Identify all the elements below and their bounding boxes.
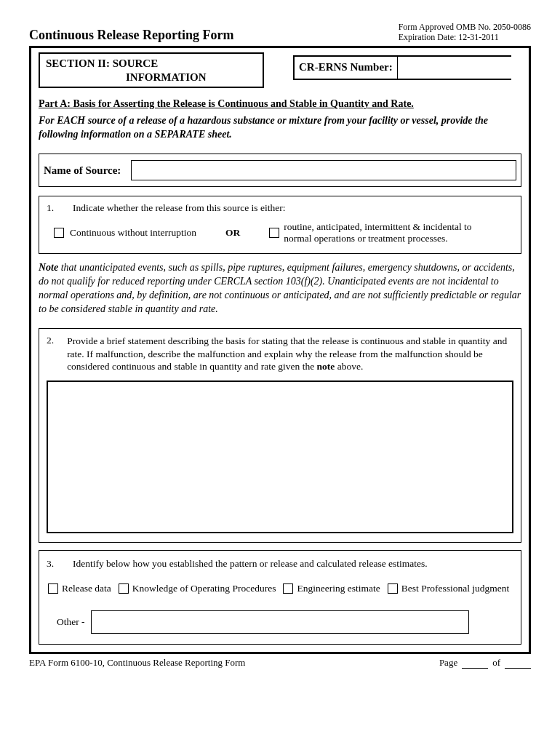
q2-note-word: note — [317, 361, 335, 372]
q3-opt-release-data: Release data — [48, 583, 111, 594]
q3-opt2-label: Knowledge of Operating Procedures — [132, 583, 276, 594]
note-lead: Note — [39, 262, 58, 273]
page-label: Page — [439, 657, 457, 669]
doc-header: Continuous Release Reporting Form Form A… — [29, 22, 531, 43]
crerns-box: CR-ERNS Number: — [293, 55, 511, 80]
q3-checkbox-engineering[interactable] — [283, 583, 293, 594]
question-2-prompt: 2. Provide a brief statement describing … — [47, 335, 513, 373]
q1-choices: Continuous without interruption OR routi… — [47, 221, 513, 244]
approval-block: Form Approved OMB No. 2050-0086 Expirati… — [399, 22, 531, 43]
page-current-slot[interactable] — [462, 658, 488, 669]
q2-text-a: Provide a brief statement describing the… — [67, 335, 507, 372]
q1-option1-label: Continuous without interruption — [70, 227, 196, 239]
question-3-box: 3. Identify below how you established th… — [39, 550, 521, 645]
q3-checkbox-professional[interactable] — [388, 583, 398, 594]
q1-or: OR — [225, 227, 240, 239]
q3-opt-engineering: Engineering estimate — [283, 583, 380, 594]
section-header-row: SECTION II: SOURCE INFORMATION CR-ERNS N… — [39, 52, 521, 89]
note-body: that unanticipated events, such as spill… — [39, 262, 521, 314]
q3-opt3-label: Engineering estimate — [297, 583, 380, 594]
of-label: of — [492, 657, 500, 669]
page-total-slot[interactable] — [505, 658, 531, 669]
crerns-label: CR-ERNS Number: — [295, 61, 397, 73]
question-3-prompt: 3. Identify below how you established th… — [47, 558, 513, 570]
q2-number: 2. — [47, 335, 54, 373]
q3-other-label: Other - — [57, 616, 85, 628]
q2-text-b: above. — [335, 361, 363, 372]
q3-other-input[interactable] — [91, 610, 469, 634]
section-title-box: SECTION II: SOURCE INFORMATION — [39, 52, 264, 89]
q1-text: Indicate whether the release from this s… — [73, 202, 285, 214]
q3-text: Identify below how you established the p… — [73, 558, 428, 570]
q3-checkbox-release-data[interactable] — [48, 583, 58, 594]
section-line2: INFORMATION — [46, 71, 257, 84]
q1-checkbox-routine[interactable] — [269, 228, 279, 238]
q3-options-row: Release data Knowledge of Operating Proc… — [48, 583, 513, 594]
section-line1: SECTION II: SOURCE — [46, 57, 257, 71]
q3-opt-professional: Best Professional judgment — [388, 583, 510, 594]
question-1-box: 1. Indicate whether the release from thi… — [39, 196, 521, 254]
q1-checkbox-continuous[interactable] — [54, 228, 64, 238]
q3-opt4-label: Best Professional judgment — [401, 583, 510, 594]
q3-opt-knowledge: Knowledge of Operating Procedures — [119, 583, 276, 594]
crerns-input[interactable] — [397, 57, 527, 79]
question-1-prompt: 1. Indicate whether the release from thi… — [47, 202, 513, 214]
part-a-heading: Part A: Basis for Asserting the Release … — [39, 98, 521, 110]
q3-opt1-label: Release data — [62, 583, 111, 594]
q3-checkbox-knowledge[interactable] — [119, 583, 129, 594]
q1-number: 1. — [47, 202, 60, 214]
q1-option2-label: routine, anticipated, intermittent & inc… — [284, 221, 480, 244]
expiration-date: Expiration Date: 12-31-2011 — [399, 32, 531, 42]
form-frame: SECTION II: SOURCE INFORMATION CR-ERNS N… — [29, 46, 531, 654]
q2-textarea[interactable] — [47, 381, 513, 533]
note-paragraph: Note that unanticipated events, such as … — [39, 261, 521, 316]
q3-other-row: Other - — [57, 610, 513, 634]
question-2-box: 2. Provide a brief statement describing … — [39, 328, 521, 543]
q2-text: Provide a brief statement describing the… — [67, 335, 513, 373]
q3-number: 3. — [47, 558, 60, 570]
footer-form-id: EPA Form 6100-10, Continuous Release Rep… — [29, 657, 245, 669]
source-name-input[interactable] — [131, 160, 516, 180]
part-a-instruction: For EACH source of a release of a hazard… — [39, 114, 521, 142]
footer: EPA Form 6100-10, Continuous Release Rep… — [29, 657, 531, 669]
form-title: Continuous Release Reporting Form — [29, 28, 234, 43]
page-block: Page of — [439, 657, 531, 669]
omb-number: Form Approved OMB No. 2050-0086 — [399, 22, 531, 32]
source-name-label: Name of Source: — [44, 164, 121, 177]
source-name-row: Name of Source: — [39, 154, 521, 187]
q1-option2-wrap: routine, anticipated, intermittent & inc… — [269, 221, 480, 244]
